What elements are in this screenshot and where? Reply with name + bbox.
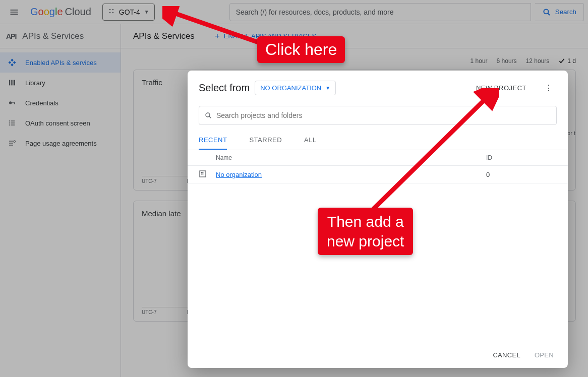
svg-rect-22 xyxy=(11,124,15,125)
hexagon-icon xyxy=(108,8,115,16)
svg-rect-6 xyxy=(11,59,14,62)
svg-rect-23 xyxy=(9,141,13,141)
svg-line-5 xyxy=(548,13,550,15)
project-selector-button[interactable]: GOT-4 ▼ xyxy=(102,4,155,21)
svg-point-4 xyxy=(544,9,548,14)
modal-title: Select from xyxy=(199,82,250,94)
diamond-icon xyxy=(7,58,17,67)
sidebar-product-row: API APIs & Services xyxy=(0,24,121,48)
svg-point-18 xyxy=(9,122,10,123)
library-icon xyxy=(7,79,17,87)
hamburger-menu-button[interactable] xyxy=(4,2,24,22)
svg-rect-20 xyxy=(11,120,15,121)
sidebar-item-agreements[interactable]: Page usage agreements xyxy=(0,133,121,153)
search-button-label: Search xyxy=(555,8,576,16)
row-id-value: 0 xyxy=(486,171,557,178)
svg-rect-13 xyxy=(14,80,15,86)
main-header: APIs & Services + ENABLE APIS AND SERVIC… xyxy=(121,24,588,48)
time-range-row: 1 hour 6 hours 12 hours 1 d xyxy=(121,48,588,70)
annotation-callout-2: Then add a new project xyxy=(318,208,413,255)
sidebar-item-oauth-consent[interactable]: OAuth consent screen xyxy=(0,113,121,133)
svg-point-1 xyxy=(112,9,113,11)
search-icon xyxy=(204,111,212,119)
sidebar: API APIs & Services Enabled APIs & servi… xyxy=(0,24,121,377)
tab-all[interactable]: ALL xyxy=(304,136,317,150)
annotation-callout-1: Click here xyxy=(257,36,345,63)
sidebar-item-label: OAuth consent screen xyxy=(25,119,90,127)
google-cloud-logo: Google Cloud xyxy=(30,6,91,18)
dropdown-caret-icon: ▼ xyxy=(325,85,330,91)
svg-point-19 xyxy=(9,124,10,125)
open-button[interactable]: OPEN xyxy=(535,351,554,359)
svg-rect-24 xyxy=(9,143,13,143)
consent-screen-icon xyxy=(7,119,17,127)
svg-rect-31 xyxy=(202,172,203,173)
tab-recent[interactable]: RECENT xyxy=(199,136,227,150)
sidebar-item-label: Library xyxy=(25,79,45,87)
svg-rect-12 xyxy=(13,80,14,86)
svg-rect-25 xyxy=(9,145,13,145)
svg-rect-21 xyxy=(11,122,15,123)
sidebar-item-label: Page usage agreements xyxy=(25,140,97,147)
project-selector-label: GOT-4 xyxy=(119,8,140,16)
page-title: APIs & Services xyxy=(133,31,195,41)
api-product-icon: API xyxy=(6,32,16,40)
svg-line-28 xyxy=(209,116,211,118)
svg-rect-9 xyxy=(11,64,14,67)
more-vert-icon: ⋮ xyxy=(545,83,553,93)
time-range-6h[interactable]: 6 hours xyxy=(497,57,517,65)
sidebar-title: APIs & Services xyxy=(22,31,84,41)
tab-starred[interactable]: STARRED xyxy=(249,136,282,150)
svg-point-0 xyxy=(109,9,111,11)
svg-point-2 xyxy=(109,12,111,14)
svg-rect-8 xyxy=(13,61,16,64)
svg-rect-16 xyxy=(14,102,15,104)
row-name-link[interactable]: No organization xyxy=(216,171,486,178)
hamburger-icon xyxy=(9,7,19,17)
chart-tz-label: UTC-7 xyxy=(142,178,156,184)
svg-rect-30 xyxy=(201,172,202,173)
svg-point-26 xyxy=(14,141,16,143)
time-range-12h[interactable]: 12 hours xyxy=(526,57,550,65)
more-options-button[interactable]: ⋮ xyxy=(541,80,557,96)
svg-rect-32 xyxy=(201,173,202,174)
svg-rect-11 xyxy=(11,80,12,86)
svg-point-17 xyxy=(9,120,10,121)
top-header: Google Cloud GOT-4 ▼ Search (/) for reso… xyxy=(0,0,588,24)
svg-rect-10 xyxy=(9,80,10,86)
time-range-1h[interactable]: 1 hour xyxy=(471,57,488,65)
sidebar-item-credentials[interactable]: Credentials xyxy=(0,93,121,113)
svg-rect-7 xyxy=(9,61,12,64)
table-row[interactable]: No organization 0 xyxy=(188,166,568,184)
check-icon xyxy=(558,57,565,65)
time-range-1d[interactable]: 1 d xyxy=(558,57,576,65)
svg-point-3 xyxy=(112,12,113,14)
cancel-button[interactable]: CANCEL xyxy=(493,351,520,359)
sidebar-item-enabled-apis[interactable]: Enabled APIs & services xyxy=(0,52,121,73)
column-header-id: ID xyxy=(486,154,557,161)
column-header-name: Name xyxy=(199,154,486,161)
organization-dropdown[interactable]: NO ORGANIZATION ▼ xyxy=(255,81,336,95)
sidebar-item-label: Enabled APIs & services xyxy=(25,59,97,67)
svg-rect-33 xyxy=(202,173,203,174)
search-placeholder-text: Search (/) for resources, docs, products… xyxy=(236,8,394,16)
sidebar-item-library[interactable]: Library xyxy=(0,73,121,93)
search-icon xyxy=(542,8,551,17)
sidebar-item-label: Credentials xyxy=(25,99,58,107)
key-icon xyxy=(7,99,17,107)
plus-icon: + xyxy=(215,31,220,41)
svg-point-27 xyxy=(206,113,210,117)
project-search-input[interactable] xyxy=(199,106,557,125)
organization-icon xyxy=(199,170,209,179)
global-search-input[interactable]: Search (/) for resources, docs, products… xyxy=(229,3,531,21)
dropdown-caret-icon: ▼ xyxy=(144,9,149,15)
new-project-button[interactable]: NEW PROJECT xyxy=(476,84,526,92)
svg-point-14 xyxy=(9,101,12,104)
search-button[interactable]: Search xyxy=(535,3,584,21)
project-search-field[interactable] xyxy=(216,111,551,119)
chart-tz-label: UTC-7 xyxy=(142,309,156,315)
settings-list-icon xyxy=(7,139,17,147)
